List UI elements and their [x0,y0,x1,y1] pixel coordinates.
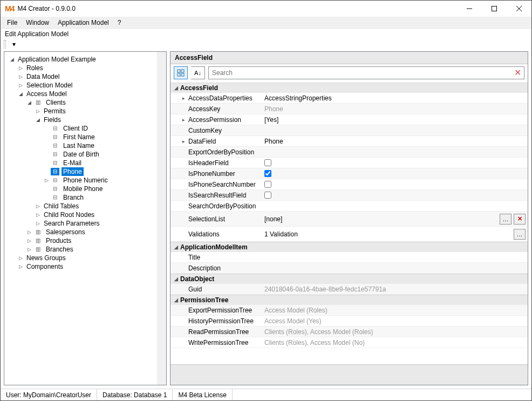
field-icon: ⊟ [51,159,59,167]
tree-access-model[interactable]: ◢Access Model [17,90,164,98]
field-icon: ⊟ [51,185,59,193]
alphabetical-sort-button[interactable]: A↓ [191,66,205,79]
status-user: User: MyDomain\CreatorUser [1,389,97,400]
entity-icon: ▥ [33,246,42,253]
svg-rect-4 [178,70,180,72]
status-license: M4 Beta License [173,389,232,400]
property-description-pane [170,364,528,385]
prop-label: SearchOrderByPosition [188,202,256,210]
prop-label: ReadPermissionTree [188,328,249,336]
prop-label: Validations [188,230,220,238]
tree-child-tables[interactable]: ▷Child Tables [35,202,164,210]
prop-label: Description [188,264,221,272]
tree-field-phone[interactable]: ⊟Phone [43,167,164,176]
tree-roles[interactable]: ▷Roles [17,64,164,72]
prop-label: IsHeaderField [188,159,229,167]
menu-window[interactable]: Window [22,18,53,28]
tree-field-phone-numeric[interactable]: ▷⊟Phone Numeric [43,176,164,185]
tree-selection-model[interactable]: ▷Selection Model [17,81,164,90]
tree-salespersons[interactable]: ▷▥Salespersons [26,228,164,236]
field-icon: ⊟ [51,176,59,184]
prop-value-title[interactable] [262,256,528,259]
validations-browse-button[interactable]: … [514,229,526,240]
status-database: Database: Database 1 [97,389,173,400]
tree-components[interactable]: ▷Components [17,262,164,271]
window-minimize-button[interactable] [457,1,482,17]
app-logo: M4 [5,4,14,13]
property-grid[interactable]: ◢AccessField ▸AccessDataPropertiesAccess… [170,83,528,364]
model-tree[interactable]: ◢Application Model Example ▷Roles ▷Data … [4,52,166,385]
tree-field-firstname[interactable]: ⊟First Name [43,133,164,141]
tree-field-clientid[interactable]: ⊟Client ID [43,124,164,133]
prop-label: Title [188,254,200,261]
selectionlist-clear-button[interactable]: ✕ [514,214,526,225]
tree-pane: ◢Application Model Example ▷Roles ▷Data … [4,51,167,385]
window-close-button[interactable] [507,1,531,17]
tree-search-params[interactable]: ▷Search Parameters [35,219,164,228]
prop-value-exportorder[interactable] [262,151,528,153]
tree-field-email[interactable]: ⊟E-Mail [43,159,164,167]
categorized-view-button[interactable] [174,66,188,79]
property-toolbar: A↓ ✕ [170,64,528,83]
prop-value-description[interactable] [262,267,528,269]
prop-label: HistoryPermissionTree [188,317,254,325]
prop-check-isphonesearch[interactable] [264,181,271,188]
window-maximize-button[interactable] [482,1,507,17]
tree-child-root[interactable]: ▷Child Root Nodes [35,210,164,219]
prop-label: DataField [188,138,216,145]
tree-data-model[interactable]: ▷Data Model [17,72,164,81]
category-accessfield[interactable]: ◢AccessField [170,83,528,93]
prop-value-searchorder[interactable] [262,205,528,207]
prop-label: WritePermissionTree [188,339,248,346]
tree-permits[interactable]: ▷Permits [35,107,164,115]
tree-clients[interactable]: ◢▥Clients [26,98,164,107]
category-applicationmodelitem[interactable]: ◢ApplicationModelItem [170,242,528,252]
content-split: ◢Application Model Example ▷Roles ▷Data … [1,51,531,389]
prop-value-readperm[interactable]: Clients (Roles), Access Model (Roles) [262,327,528,337]
menu-file[interactable]: File [3,18,22,28]
field-icon: ⊟ [51,133,59,141]
prop-label: AccessPermission [188,116,241,124]
property-pane: AccessField A↓ ✕ ◢AccessField ▸AccessDat… [170,51,528,385]
prop-value-selectionlist[interactable]: [none] … ✕ [262,213,528,226]
tree-news-groups[interactable]: ▷News Groups [17,254,164,262]
property-search-input[interactable] [208,66,524,79]
selectionlist-browse-button[interactable]: … [500,214,511,225]
prop-value-historyperm[interactable]: Access Model (Yes) [262,316,528,326]
prop-value-validations[interactable]: 1 Validation … [262,228,528,241]
prop-value-accesskey[interactable]: Phone [262,104,528,114]
tree-fields[interactable]: ◢Fields [35,115,164,124]
prop-value-exportperm[interactable]: Access Model (Roles) [262,305,528,315]
field-icon: ⊟ [51,125,59,132]
prop-value-writeperm[interactable]: Clients (Roles), Access Model (No) [262,338,528,348]
prop-label: ExportOrderByPosition [188,148,254,156]
prop-label: IsPhoneSearchNumber [188,181,256,188]
clear-search-button[interactable]: ✕ [513,67,522,77]
prop-value-datafield[interactable]: Phone [262,137,528,146]
svg-rect-1 [492,6,497,11]
prop-label: IsPhoneNumber [188,170,235,178]
menu-application-model[interactable]: Application Model [53,18,113,28]
tree-field-mobile[interactable]: ⊟Mobile Phone [43,185,164,193]
prop-label: IsSearchResultField [188,192,246,199]
svg-rect-7 [181,73,184,76]
tree-products[interactable]: ▷▥Products [26,236,164,245]
prop-check-isheader[interactable] [264,159,271,166]
prop-value-customkey[interactable] [262,130,528,132]
field-icon: ⊟ [51,151,59,158]
category-permissiontree[interactable]: ◢PermissionTree [170,295,528,305]
tree-field-lastname[interactable]: ⊟Last Name [43,141,164,150]
tree-field-branch[interactable]: ⊟Branch [43,193,164,202]
prop-check-issearchresult[interactable] [264,192,271,199]
tree-field-dob[interactable]: ⊟Date of Birth [43,150,164,159]
tree-root[interactable]: ◢Application Model Example [9,55,164,64]
category-dataobject[interactable]: ◢DataObject [170,274,528,284]
menu-help[interactable]: ? [113,18,126,28]
tree-branches[interactable]: ▷▥Branches [26,245,164,254]
prop-check-isphone[interactable] [264,170,271,177]
toolbar-dropdown-button[interactable]: ▾ [9,39,19,49]
prop-label: CustomKey [188,127,222,134]
prop-value-accesspermission[interactable]: [Yes] [262,115,528,125]
toolbar-grip[interactable] [4,40,6,49]
prop-value-accessdata[interactable]: AccessStringProperties [262,93,528,103]
